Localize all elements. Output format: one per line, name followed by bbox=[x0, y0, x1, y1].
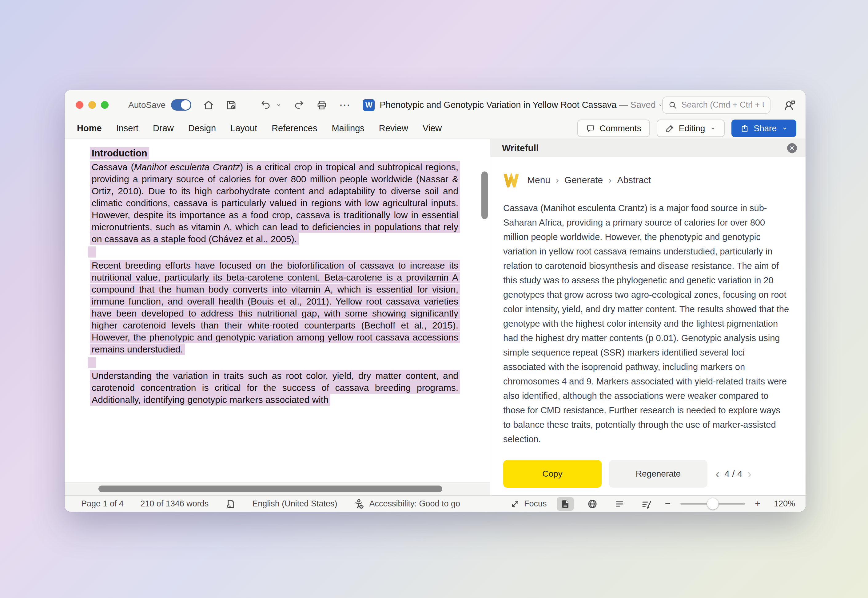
language-indicator[interactable]: English (United States) bbox=[252, 499, 337, 508]
ribbon-tab-bar: Home Insert Draw Design Layout Reference… bbox=[64, 120, 805, 139]
document-title: Phenotypic and Genotypic Variation in Ye… bbox=[379, 100, 655, 110]
toggle-knob bbox=[181, 100, 190, 110]
doc-paragraph-2: Recent breeding efforts have focused on … bbox=[90, 259, 460, 355]
comments-button[interactable]: Comments bbox=[577, 120, 650, 137]
breadcrumb-menu[interactable]: Menu bbox=[527, 175, 550, 185]
tab-draw[interactable]: Draw bbox=[153, 123, 174, 133]
focus-mode-button[interactable]: Focus bbox=[511, 499, 547, 508]
tab-insert[interactable]: Insert bbox=[116, 123, 139, 133]
autosave-label: AutoSave bbox=[128, 100, 165, 110]
generated-abstract-text: Cassava (Manihot esculenta Crantz) is a … bbox=[503, 201, 789, 447]
word-count[interactable]: 210 of 1346 words bbox=[140, 499, 208, 508]
comments-label: Comments bbox=[600, 124, 641, 133]
search-icon bbox=[669, 101, 677, 109]
redo-icon[interactable] bbox=[294, 100, 304, 111]
search-input[interactable] bbox=[681, 100, 765, 110]
result-pager: ‹ 4 / 4 › bbox=[715, 467, 751, 481]
tab-home[interactable]: Home bbox=[77, 123, 102, 133]
home-icon[interactable] bbox=[203, 100, 214, 111]
selection-paragraph-mark bbox=[88, 357, 96, 368]
close-panel-icon[interactable]: ✕ bbox=[787, 143, 797, 153]
breadcrumb-separator: › bbox=[556, 175, 559, 185]
share-icon bbox=[740, 124, 749, 133]
doc-paragraph-3: Understanding the variation in traits su… bbox=[90, 370, 460, 406]
outline-view-button[interactable] bbox=[611, 497, 628, 511]
status-bar: Page 1 of 4 210 of 1346 words English (U… bbox=[64, 495, 805, 512]
editing-label: Editing bbox=[679, 124, 705, 133]
editing-mode-button[interactable]: Editing bbox=[657, 120, 725, 137]
horizontal-scrollbar-track bbox=[64, 482, 490, 495]
zoom-in-button[interactable]: + bbox=[755, 498, 761, 510]
breadcrumb-separator: › bbox=[609, 175, 612, 185]
zoom-out-button[interactable]: − bbox=[665, 498, 671, 510]
word-doc-icon: W bbox=[363, 99, 375, 111]
tab-review[interactable]: Review bbox=[379, 123, 408, 133]
tab-mailings[interactable]: Mailings bbox=[331, 123, 364, 133]
tab-view[interactable]: View bbox=[423, 123, 442, 133]
breadcrumb-generate[interactable]: Generate bbox=[564, 175, 603, 185]
zoom-slider-thumb[interactable] bbox=[707, 498, 718, 510]
regenerate-button[interactable]: Regenerate bbox=[609, 460, 708, 488]
accessibility-label: Accessibility: Good to go bbox=[369, 499, 460, 508]
breadcrumb-abstract[interactable]: Abstract bbox=[617, 175, 651, 185]
search-box[interactable] bbox=[662, 97, 771, 114]
zoom-slider[interactable] bbox=[681, 503, 745, 505]
share-label: Share bbox=[754, 124, 777, 133]
writefull-panel: Writefull ✕ Menu › Generate › Abstract bbox=[490, 139, 805, 495]
saved-status: — Saved bbox=[619, 100, 656, 110]
print-layout-view-button[interactable] bbox=[557, 497, 574, 511]
page-indicator[interactable]: Page 1 of 4 bbox=[81, 499, 124, 508]
tab-design[interactable]: Design bbox=[188, 123, 216, 133]
document-canvas[interactable]: Introduction Cassava (Manihot esculenta … bbox=[64, 139, 490, 495]
comment-icon bbox=[586, 124, 595, 133]
focus-label: Focus bbox=[524, 499, 547, 508]
minimize-window-button[interactable] bbox=[88, 101, 96, 109]
doc-heading: Introduction bbox=[90, 147, 460, 159]
web-layout-view-button[interactable] bbox=[584, 497, 601, 511]
undo-chevron-icon[interactable] bbox=[276, 102, 282, 108]
proofing-status-icon[interactable] bbox=[225, 499, 235, 509]
title-bar: AutoSave ⋯ W Phenotypic and Genotypic Va… bbox=[64, 90, 805, 120]
zoom-level[interactable]: 120% bbox=[771, 499, 795, 508]
autosave-toggle[interactable] bbox=[171, 99, 191, 111]
panel-header: Writefull ✕ bbox=[490, 139, 805, 157]
copy-button[interactable]: Copy bbox=[503, 460, 602, 488]
vertical-scrollbar[interactable] bbox=[481, 172, 488, 219]
selection-paragraph-mark bbox=[88, 247, 96, 257]
share-button[interactable]: Share bbox=[732, 120, 796, 137]
accessibility-status[interactable]: Accessibility: Good to go bbox=[354, 498, 460, 510]
zoom-window-button[interactable] bbox=[101, 101, 109, 109]
print-icon[interactable] bbox=[316, 100, 327, 111]
editing-chevron-down-icon bbox=[710, 126, 716, 132]
presence-contact-icon[interactable] bbox=[783, 99, 796, 112]
more-icon[interactable]: ⋯ bbox=[339, 100, 351, 111]
traffic-lights bbox=[76, 101, 109, 109]
close-window-button[interactable] bbox=[76, 101, 83, 109]
breadcrumb: Menu › Generate › Abstract bbox=[527, 175, 651, 185]
share-chevron-down-icon bbox=[781, 126, 788, 132]
panel-title: Writefull bbox=[502, 143, 538, 153]
tab-layout[interactable]: Layout bbox=[230, 123, 257, 133]
tab-references[interactable]: References bbox=[271, 123, 317, 133]
pager-count: 4 / 4 bbox=[724, 469, 742, 479]
document-page[interactable]: Introduction Cassava (Manihot esculenta … bbox=[64, 139, 490, 482]
save-icon[interactable] bbox=[226, 100, 237, 111]
pager-next-icon[interactable]: › bbox=[747, 467, 751, 481]
pager-prev-icon[interactable]: ‹ bbox=[715, 467, 720, 481]
horizontal-scrollbar[interactable] bbox=[99, 486, 442, 492]
title-chevron-down-icon[interactable] bbox=[658, 102, 662, 108]
undo-icon[interactable] bbox=[260, 100, 271, 111]
pencil-icon bbox=[665, 124, 675, 133]
word-window: AutoSave ⋯ W Phenotypic and Genotypic Va… bbox=[64, 90, 805, 512]
draft-view-button[interactable] bbox=[638, 497, 655, 511]
writefull-logo-icon bbox=[503, 173, 519, 187]
doc-paragraph-1: Cassava (Manihot esculenta Crantz) is a … bbox=[90, 161, 460, 245]
